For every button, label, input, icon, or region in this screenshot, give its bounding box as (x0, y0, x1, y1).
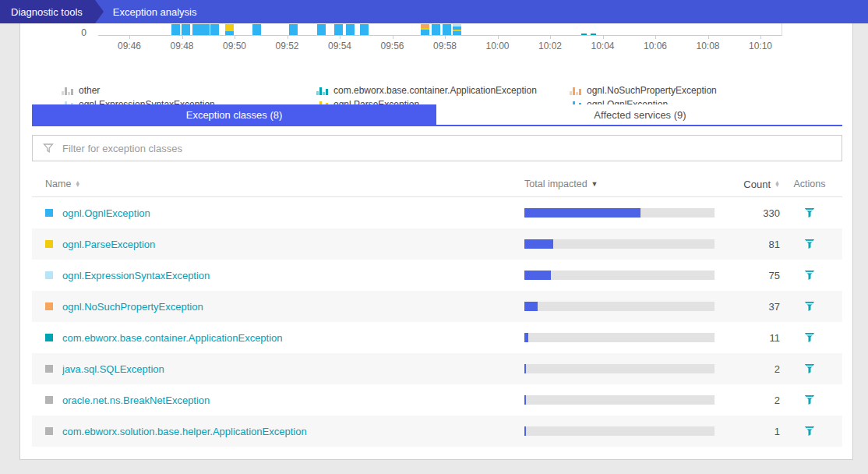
exception-class-link[interactable]: ognl.NoSuchPropertyException (62, 301, 524, 313)
sort-icon: ▲▼ (75, 181, 80, 188)
chart-bar (421, 24, 429, 35)
filter-action-icon[interactable] (804, 301, 815, 312)
impact-bar-track (524, 395, 715, 405)
impact-bar-fill (524, 208, 640, 218)
count-value: 2 (715, 394, 789, 406)
chart-plot (98, 23, 782, 36)
exception-color-swatch (45, 334, 53, 341)
chart-bar (591, 34, 596, 35)
table-row: com.ebworx.solution.base.helper.Applicat… (32, 416, 842, 447)
count-value: 1 (715, 426, 789, 437)
top-navigation-bar: Diagnostic tools Exception analysis (0, 0, 868, 23)
filter-action-icon[interactable] (804, 239, 815, 249)
chart-bar (360, 24, 369, 35)
table-row: ognl.ExpressionSyntaxException 75 (32, 260, 842, 291)
column-header-name[interactable]: Name ▲▼ (45, 179, 524, 189)
filter-field-container (32, 135, 842, 161)
exception-color-swatch (45, 302, 53, 310)
exception-analysis-panel: 0 09:4609:4809:5009:5209:5409:5609:5810:… (19, 23, 853, 460)
sort-icon: ▲▼ (774, 181, 780, 188)
filter-action-icon[interactable] (804, 426, 815, 437)
breadcrumb-diagnostic-tools[interactable]: Diagnostic tools (0, 0, 95, 23)
filter-action-icon[interactable] (804, 363, 815, 374)
page-title: Exception analysis (113, 6, 197, 18)
exception-color-swatch (45, 271, 53, 279)
actions-cell (789, 332, 830, 343)
total-impacted-cell (524, 364, 715, 373)
filter-input[interactable] (61, 142, 842, 155)
exception-class-link[interactable]: java.sql.SQLException (62, 363, 524, 375)
filter-action-icon[interactable] (804, 332, 815, 343)
actions-cell (789, 363, 830, 374)
exception-class-link[interactable]: ognl.OgnlException (62, 207, 524, 219)
count-value: 75 (715, 270, 789, 281)
filter-action-icon[interactable] (804, 270, 815, 281)
impact-bar-track (524, 333, 715, 342)
actions-cell (789, 270, 830, 281)
tab-exception-classes[interactable]: Exception classes (8) (32, 104, 436, 125)
exception-class-link[interactable]: com.ebworx.base.container.ApplicationExc… (62, 332, 524, 344)
filter-funnel-icon (43, 143, 54, 154)
tab-label: Affected services (9) (594, 109, 686, 121)
total-impacted-cell (524, 395, 715, 405)
chart-bar (453, 24, 461, 35)
column-header-total-impacted[interactable]: Total impacted ▼ (524, 179, 715, 189)
chart-bar (201, 24, 210, 35)
total-impacted-cell (524, 208, 715, 218)
impact-bar-fill (524, 395, 526, 405)
exception-color-swatch (45, 427, 53, 435)
breadcrumb-chevron-icon (95, 0, 104, 23)
exception-classes-table: Name ▲▼ Total impacted ▼ Count ▲▼ Action… (32, 172, 842, 447)
exception-class-link[interactable]: com.ebworx.solution.base.helper.Applicat… (62, 426, 524, 437)
impact-bar-fill (524, 333, 528, 342)
table-row: oracle.net.ns.BreakNetException 2 (32, 384, 842, 416)
actions-cell (789, 394, 830, 405)
chart-bar (346, 24, 355, 35)
y-axis-zero-label: 0 (63, 27, 86, 38)
total-impacted-cell (524, 333, 715, 342)
exception-color-swatch (45, 209, 53, 217)
legend-item[interactable]: other (62, 83, 316, 97)
legend-item[interactable]: ognl.NoSuchPropertyException (570, 83, 717, 97)
exception-color-swatch (45, 365, 53, 373)
tab-label: Exception classes (8) (186, 109, 283, 121)
filter-action-icon[interactable] (804, 207, 815, 218)
actions-cell (789, 301, 830, 312)
exception-class-link[interactable]: ognl.ExpressionSyntaxException (62, 270, 524, 281)
legend-item[interactable]: com.ebworx.base.container.ApplicationExc… (316, 83, 570, 97)
chart-bar (581, 34, 587, 35)
tab-affected-services[interactable]: Affected services (9) (438, 104, 842, 125)
table-row: ognl.ParseException 81 (32, 228, 842, 260)
exception-timeline-chart: 09:4609:4809:5009:5209:5409:5609:5810:00… (98, 23, 782, 78)
count-value: 11 (715, 332, 789, 344)
chart-bar (182, 24, 190, 35)
impact-bar-track (524, 208, 715, 218)
count-value: 81 (715, 239, 789, 250)
total-impacted-cell (524, 302, 715, 311)
chart-bar (225, 24, 234, 35)
column-header-count[interactable]: Count ▲▼ (715, 179, 789, 190)
total-impacted-cell (524, 426, 715, 436)
impact-bar-track (524, 364, 715, 373)
breadcrumb-exception-analysis[interactable]: Exception analysis (105, 0, 205, 23)
table-header-row: Name ▲▼ Total impacted ▼ Count ▲▼ Action… (32, 172, 842, 197)
chart-bar (171, 24, 180, 35)
chart-bar (289, 24, 298, 35)
total-impacted-cell (524, 271, 715, 280)
column-header-actions: Actions (789, 179, 830, 189)
impact-bar-track (524, 239, 715, 249)
chart-bar (192, 24, 201, 35)
impact-bar-fill (524, 239, 553, 249)
legend-series-icon (316, 87, 328, 95)
filter-action-icon[interactable] (804, 394, 815, 405)
exception-class-link[interactable]: oracle.net.ns.BreakNetException (62, 394, 524, 406)
actions-cell (789, 207, 830, 218)
legend-series-icon (570, 87, 581, 95)
legend-label: com.ebworx.base.container.ApplicationExc… (333, 85, 537, 96)
tab-bar: Exception classes (8) Affected services … (32, 104, 842, 126)
legend-label: other (79, 85, 100, 96)
total-impacted-cell (524, 239, 715, 249)
exception-class-link[interactable]: ognl.ParseException (62, 239, 524, 250)
count-value: 2 (715, 363, 789, 375)
exception-color-swatch (45, 240, 53, 248)
